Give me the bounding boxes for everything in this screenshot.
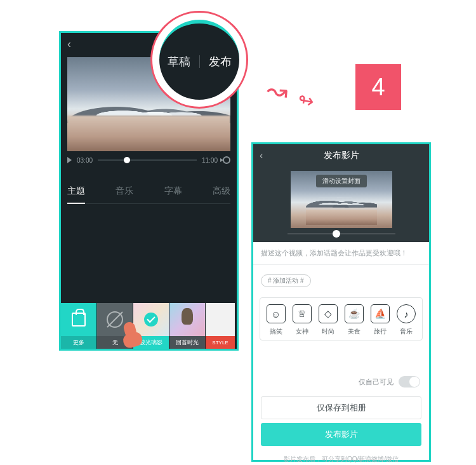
privacy-toggle[interactable] xyxy=(399,376,420,388)
description-input[interactable]: 描述这个视频，添加话题会让作品更受欢迎哦！ xyxy=(253,242,429,265)
publish-title: 发布影片 xyxy=(324,150,359,161)
category-label: 女神 xyxy=(296,327,308,336)
tab-advanced[interactable]: 高级 xyxy=(213,185,230,197)
category-搞笑[interactable]: ☺搞笑 xyxy=(263,304,289,336)
separator xyxy=(199,55,200,68)
play-icon[interactable] xyxy=(67,157,72,163)
category-label: 旅行 xyxy=(374,327,387,336)
category-strip[interactable]: ☺搞笑♕女神◇时尚☕美食⛵旅行♪音乐 xyxy=(260,297,423,340)
category-label: 搞笑 xyxy=(270,327,282,336)
laugh-icon: ☺ xyxy=(267,304,286,323)
tab-theme[interactable]: 主题 xyxy=(67,185,85,197)
theme-more-label: 更多 xyxy=(61,336,96,349)
cover-area: 滑动设置封面 xyxy=(253,167,429,242)
scrub-handle[interactable] xyxy=(124,157,130,163)
fashion-icon: ◇ xyxy=(319,304,338,323)
scrub-bar: 03:00 11:00 xyxy=(67,156,230,164)
publish-header: ‹ 发布影片 xyxy=(253,144,429,167)
music-icon: ♪ xyxy=(397,304,416,323)
category-旅行[interactable]: ⛵旅行 xyxy=(367,304,393,336)
category-女神[interactable]: ♕女神 xyxy=(289,304,315,336)
time-total: 11:00 xyxy=(202,157,218,164)
callout-draft[interactable]: 草稿 xyxy=(168,54,190,69)
privacy-label: 仅自己可见 xyxy=(359,377,393,387)
save-only-button[interactable]: 仅保存到相册 xyxy=(261,396,421,419)
time-current: 03:00 xyxy=(77,157,93,164)
back-icon[interactable]: ‹ xyxy=(260,150,263,161)
food-icon: ☕ xyxy=(345,304,364,323)
theme-style-label: STYLE xyxy=(206,336,235,349)
publish-footer: 影片发布后，可分享到QQ/新浪微博/微信 xyxy=(253,450,429,465)
editor-tabs: 主题 音乐 字幕 高级 xyxy=(67,185,230,204)
bag-icon xyxy=(72,313,86,327)
callout-publish[interactable]: 发布 xyxy=(209,54,232,69)
scrub-track[interactable] xyxy=(98,159,197,161)
theme-strip[interactable]: 更多 无 波光璃影 回首时光 STYLE xyxy=(61,303,237,349)
arrow-decor: ↬ xyxy=(296,88,316,112)
category-label: 时尚 xyxy=(322,327,334,336)
theme-style[interactable]: STYLE xyxy=(206,303,235,349)
category-label: 美食 xyxy=(348,327,360,336)
theme-retrospect-label: 回首时光 xyxy=(169,336,205,349)
tab-subtitle[interactable]: 字幕 xyxy=(164,185,182,197)
cover-slider-handle[interactable] xyxy=(333,230,340,238)
goddess-icon: ♕ xyxy=(293,304,312,323)
theme-more[interactable]: 更多 xyxy=(61,303,96,349)
travel-icon: ⛵ xyxy=(371,304,390,323)
tab-music[interactable]: 音乐 xyxy=(116,185,133,197)
theme-retrospect[interactable]: 回首时光 xyxy=(169,303,205,349)
category-美食[interactable]: ☕美食 xyxy=(341,304,367,336)
check-icon xyxy=(144,313,158,327)
cover-hint: 滑动设置封面 xyxy=(316,175,367,187)
deer-icon xyxy=(182,308,193,325)
category-时尚[interactable]: ◇时尚 xyxy=(315,304,341,336)
cover-preview[interactable]: 滑动设置封面 xyxy=(291,171,392,228)
publish-screen: ‹ 发布影片 滑动设置封面 描述这个视频，添加话题会让作品更受欢迎哦！ # 添加… xyxy=(251,142,431,462)
publish-button[interactable]: 发布影片 xyxy=(261,423,421,446)
volume-icon[interactable] xyxy=(223,156,230,164)
topic-row: # 添加活动 # xyxy=(253,265,429,292)
arrow-decor: ↝ xyxy=(265,76,289,107)
step-number: 4 xyxy=(371,74,385,101)
draft-publish-callout: 草稿 发布 xyxy=(150,11,248,109)
back-icon[interactable]: ‹ xyxy=(67,37,71,51)
step-badge: 4 xyxy=(355,64,401,110)
cover-slider[interactable] xyxy=(288,233,395,234)
privacy-row: 仅自己可见 xyxy=(253,376,429,393)
category-label: 音乐 xyxy=(400,327,413,336)
add-topic-chip[interactable]: # 添加活动 # xyxy=(261,274,311,287)
category-音乐[interactable]: ♪音乐 xyxy=(393,304,419,336)
